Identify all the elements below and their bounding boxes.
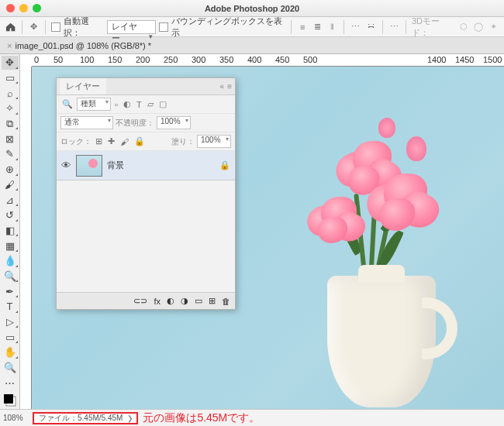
link-layers-icon[interactable]: ⊂⊃ <box>133 296 147 306</box>
app-title: Adobe Photoshop 2020 <box>0 4 504 13</box>
opacity-input[interactable]: 100% <box>157 116 191 129</box>
home-icon[interactable] <box>5 21 16 33</box>
move-tool[interactable]: ✥ <box>2 56 19 70</box>
stamp-tool[interactable]: ⊿ <box>2 193 19 207</box>
distribute-icon[interactable]: ⋯ <box>350 22 361 32</box>
blur-tool[interactable]: 💧 <box>2 254 19 268</box>
dodge-tool[interactable]: 🔍 <box>2 270 19 283</box>
lock-label: ロック： <box>60 136 91 147</box>
document-tab[interactable]: × image_001.psd @ 108% (RGB/8*) * <box>2 41 156 50</box>
mask-icon[interactable]: ◐ <box>167 296 174 306</box>
layers-tab[interactable]: レイヤー <box>60 78 106 94</box>
filter-pixel-icon[interactable]: ▫ <box>113 100 119 109</box>
path-tool[interactable]: ▷ <box>2 315 19 329</box>
tool-palette: ✥ ▭ ⌕ ✧ ⧉ ⊠ ✎ ⊕ 🖌 ⊿ ↺ ◧ ▦ 💧 🔍 ✒ T ▷ ▭ ✋ … <box>0 54 20 409</box>
panel-collapse-icon[interactable]: « <box>220 82 225 91</box>
align-icon[interactable]: ≡ <box>297 22 309 32</box>
group-icon[interactable]: ▭ <box>195 296 202 306</box>
lock-brush-icon[interactable]: 🖌 <box>119 137 130 146</box>
align-icon[interactable]: ≣ <box>312 22 323 32</box>
distribute-icon[interactable]: ∺ <box>365 22 377 32</box>
show-bbox-checkbox[interactable] <box>159 22 168 32</box>
fx-icon[interactable]: fx <box>154 297 161 306</box>
lasso-tool[interactable]: ⌕ <box>2 86 19 100</box>
lock-pixels-icon[interactable]: ⊞ <box>94 136 104 146</box>
new-layer-icon[interactable]: ⊞ <box>209 296 216 306</box>
fill-label: 塗り： <box>171 136 195 147</box>
zoom-level[interactable]: 108% <box>0 414 33 422</box>
opts-icon[interactable]: ⋯ <box>388 22 400 32</box>
lock-icon: 🔒 <box>219 160 230 170</box>
document-tab-label: image_001.psd @ 108% (RGB/8*) * <box>15 41 151 50</box>
magic-wand-tool[interactable]: ✧ <box>2 101 19 115</box>
fill-input[interactable]: 100% <box>197 135 231 148</box>
hand-tool[interactable]: ✋ <box>2 345 19 359</box>
trash-icon[interactable]: 🗑 <box>222 297 230 306</box>
horizontal-ruler: 0 50 100 150 200 250 300 350 400 450 500… <box>32 54 504 67</box>
pen-tool[interactable]: ✒ <box>2 284 19 298</box>
visibility-icon[interactable]: 👁 <box>61 160 71 171</box>
frame-tool[interactable]: ⊠ <box>2 132 19 146</box>
mode3d-label: 3Dモード： <box>412 15 454 39</box>
tab-close-icon[interactable]: × <box>7 41 12 50</box>
mode3d-icon: ✦ <box>488 22 499 32</box>
healing-tool[interactable]: ⊕ <box>2 163 19 177</box>
mode3d-icon: ◯ <box>473 22 485 32</box>
eyedropper-tool[interactable]: ✎ <box>2 147 19 161</box>
filter-shape-icon[interactable]: ▱ <box>146 99 155 109</box>
auto-select-checkbox[interactable] <box>51 22 60 32</box>
history-brush-tool[interactable]: ↺ <box>2 208 19 222</box>
brush-tool[interactable]: 🖌 <box>2 178 19 192</box>
layers-panel-footer: ⊂⊃ fx ◐ ◑ ▭ ⊞ 🗑 <box>57 292 235 309</box>
shape-tool[interactable]: ▭ <box>2 330 19 344</box>
layer-row[interactable]: 👁 背景 🔒 <box>57 151 235 180</box>
lock-position-icon[interactable]: ✚ <box>106 136 116 146</box>
vase-image <box>327 276 436 407</box>
align-icon[interactable]: ⫴ <box>326 22 338 32</box>
filter-type-icon[interactable]: T <box>135 100 143 109</box>
status-bar: 108% ファイル：5.45M/5.45M 元の画像は5.45Mです。 <box>0 409 504 426</box>
options-bar: ✥ 自動選択： レイヤー バウンディングボックスを表示 ≡ ≣ ⫴ ⋯ ∺ ⋯ … <box>0 17 504 37</box>
auto-select-label: 自動選択： <box>64 15 104 39</box>
show-bbox-label: バウンディングボックスを表示 <box>171 15 285 39</box>
layers-panel[interactable]: レイヤー « ≡ 🔍 種類 ▫ ◐ T ▱ ▢ 通常 不透明度： 100% ロッ… <box>56 77 236 310</box>
annotation-text: 元の画像は5.45Mです。 <box>143 411 260 425</box>
opacity-label: 不透明度： <box>116 118 154 129</box>
zoom-tool[interactable]: 🔍 <box>2 361 19 375</box>
file-info[interactable]: ファイル：5.45M/5.45M <box>33 412 138 424</box>
gradient-tool[interactable]: ▦ <box>2 239 19 253</box>
svg-rect-1 <box>4 394 13 404</box>
panel-menu-icon[interactable]: ≡ <box>227 82 232 91</box>
type-tool[interactable]: T <box>2 300 19 314</box>
filter-adjust-icon[interactable]: ◐ <box>122 99 133 109</box>
edit-toolbar[interactable]: ⋯ <box>2 376 19 390</box>
marquee-tool[interactable]: ▭ <box>2 71 19 85</box>
search-icon: 🔍 <box>60 99 74 109</box>
filter-smart-icon[interactable]: ▢ <box>157 99 168 109</box>
vertical-ruler <box>20 67 32 409</box>
mode3d-icon: ⬡ <box>457 22 469 32</box>
eraser-tool[interactable]: ◧ <box>2 224 19 238</box>
layer-thumbnail[interactable] <box>76 155 102 177</box>
adjustment-icon[interactable]: ◑ <box>181 296 188 306</box>
lock-all-icon[interactable]: 🔒 <box>133 136 147 146</box>
crop-tool[interactable]: ⧉ <box>2 117 19 131</box>
auto-select-target-select[interactable]: レイヤー <box>107 20 156 34</box>
layer-name[interactable]: 背景 <box>107 160 124 171</box>
layer-filter-select[interactable]: 種類 <box>77 98 111 111</box>
color-swatch[interactable] <box>2 391 19 409</box>
move-tool-icon: ✥ <box>28 22 40 32</box>
blend-mode-select[interactable]: 通常 <box>60 116 113 129</box>
